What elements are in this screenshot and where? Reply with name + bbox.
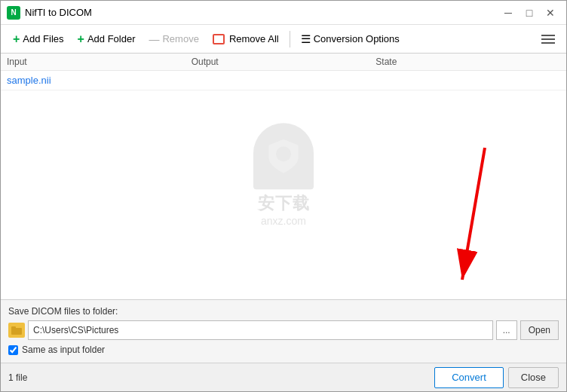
header-output: Output	[192, 57, 376, 67]
remove-all-button[interactable]: Remove All	[207, 30, 285, 47]
watermark-shield	[253, 123, 314, 189]
hamburger-line-2	[541, 38, 555, 40]
watermark-text-2: anxz.com	[261, 215, 306, 227]
minimize-button[interactable]: ─	[498, 4, 518, 22]
toolbar-divider	[290, 31, 290, 47]
watermark: 安下载 anxz.com	[253, 123, 314, 227]
file-state	[375, 75, 560, 86]
remove-button[interactable]: — Remove	[143, 30, 204, 48]
file-list-header: Input Output State	[1, 54, 566, 71]
hamburger-line-1	[541, 35, 555, 36]
status-buttons: Convert Close	[434, 367, 559, 388]
open-button[interactable]: Open	[520, 320, 559, 340]
remove-all-icon	[213, 34, 225, 44]
app-icon: N	[7, 6, 20, 20]
add-folder-label: Add Folder	[87, 33, 136, 44]
table-row[interactable]: sample.nii	[1, 71, 566, 90]
path-row: ... Open	[8, 320, 559, 340]
remove-all-label: Remove All	[229, 33, 279, 44]
window-title: NifTI to DICOM	[25, 7, 498, 18]
header-state: State	[375, 57, 560, 67]
toolbar: + Add Files + Add Folder — Remove Remove…	[1, 25, 566, 54]
hamburger-line-3	[541, 42, 555, 44]
add-files-icon: +	[13, 32, 20, 46]
maximize-button[interactable]: □	[519, 4, 539, 22]
add-files-label: Add Files	[23, 33, 63, 44]
close-button[interactable]: Close	[508, 367, 559, 388]
arrow-annotation	[440, 140, 500, 293]
close-window-button[interactable]: ✕	[541, 4, 560, 22]
convert-button[interactable]: Convert	[434, 367, 504, 388]
conversion-options-button[interactable]: ☰ Conversion Options	[295, 29, 406, 49]
watermark-text-1: 安下载	[258, 192, 310, 215]
add-folder-icon: +	[78, 32, 84, 46]
conversion-options-icon: ☰	[301, 32, 311, 46]
file-list-area: Input Output State sample.nii 安下载 anxz.c…	[1, 54, 566, 299]
add-folder-button[interactable]: + Add Folder	[72, 29, 142, 49]
folder-icon	[8, 323, 25, 338]
file-list-body: sample.nii 安下载 anxz.com	[1, 71, 566, 299]
save-folder-label: Save DICOM files to folder:	[8, 306, 559, 317]
menu-button[interactable]	[536, 27, 560, 51]
file-name: sample.nii	[7, 75, 192, 86]
shield-svg	[267, 137, 300, 175]
file-count: 1 file	[8, 372, 434, 383]
main-window: N NifTI to DICOM ─ □ ✕ + Add Files + Add…	[0, 0, 567, 392]
browse-button[interactable]: ...	[496, 320, 517, 340]
title-bar: N NifTI to DICOM ─ □ ✕	[1, 1, 566, 25]
conversion-options-label: Conversion Options	[314, 33, 400, 44]
svg-rect-4	[11, 326, 16, 329]
same-as-input-label: Same as input folder	[22, 345, 105, 355]
window-controls: ─ □ ✕	[498, 4, 560, 22]
same-as-input-checkbox[interactable]	[8, 345, 18, 355]
same-as-input-row: Same as input folder	[8, 345, 559, 355]
remove-label: Remove	[162, 33, 198, 44]
add-files-button[interactable]: + Add Files	[7, 29, 70, 49]
svg-line-2	[462, 148, 485, 280]
path-input[interactable]	[28, 320, 493, 340]
remove-dash-icon: —	[149, 33, 159, 45]
file-output	[192, 75, 376, 86]
red-arrow-svg	[440, 140, 500, 291]
status-bar: 1 file Convert Close	[1, 363, 566, 391]
header-input: Input	[7, 57, 192, 67]
bottom-area: Save DICOM files to folder: ... Open Sam…	[1, 299, 566, 363]
svg-point-0	[276, 146, 291, 161]
